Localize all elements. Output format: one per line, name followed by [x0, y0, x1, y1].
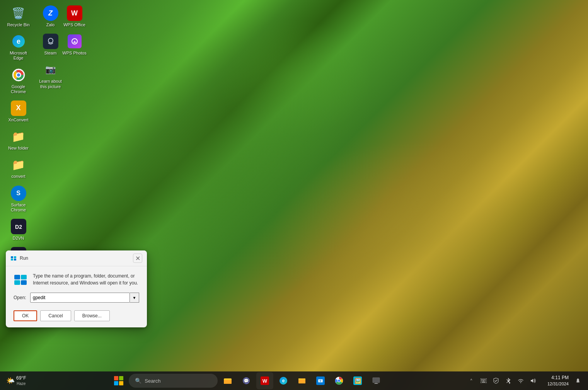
taskbar-app-edge[interactable]: e	[275, 372, 292, 389]
svg-rect-17	[11, 256, 13, 258]
taskbar-app-monitor[interactable]	[368, 372, 385, 389]
run-ok-button[interactable]: OK	[14, 310, 37, 321]
clock-area[interactable]: 4:11 PM 12/31/2024	[540, 373, 571, 388]
svg-point-38	[338, 380, 340, 382]
desktop-icon-learn-about[interactable]: 📷 Learn about this picture	[36, 60, 65, 90]
taskbar-app-explorer2[interactable]	[293, 372, 310, 389]
taskbar-search-icon: 🔍	[135, 378, 141, 384]
tray-shield[interactable]	[491, 374, 501, 388]
svg-rect-50	[482, 380, 484, 381]
weather-widget[interactable]: 🌤️ 69°F Haze	[3, 374, 29, 388]
taskbar-search-bar[interactable]: 🔍 Search	[129, 374, 218, 388]
tray-keyboard[interactable]	[478, 374, 489, 388]
desktop-icon-surface-chrome[interactable]: S Surface Chrome	[4, 184, 33, 214]
weather-text: 69°F Haze	[16, 375, 26, 387]
svg-rect-47	[484, 379, 484, 380]
tray-bluetooth[interactable]	[503, 374, 514, 388]
svg-text:📧: 📧	[318, 378, 323, 383]
svg-rect-51	[485, 380, 486, 381]
svg-rect-52	[482, 382, 486, 383]
svg-rect-48	[485, 379, 486, 380]
svg-rect-41	[373, 378, 380, 383]
taskbar: 🌤️ 69°F Haze 🔍 Search	[0, 371, 588, 390]
svg-rect-23	[14, 280, 20, 285]
taskbar-app-chat[interactable]: 💬	[238, 372, 255, 389]
svg-rect-18	[14, 256, 16, 258]
desktop-icon-edge[interactable]: e Microsoft Edge	[4, 32, 33, 62]
taskbar-search-label: Search	[145, 378, 160, 384]
desktop-icon-xnconvert[interactable]: X XnConvert	[4, 99, 33, 124]
desktop-icon-d2vn-1[interactable]: D2 D2VN	[4, 217, 33, 242]
svg-text:D2: D2	[15, 224, 22, 230]
taskbar-right: ^	[466, 373, 585, 388]
svg-rect-13	[44, 35, 57, 48]
taskbar-center: 🔍 Search 💬 W	[31, 372, 464, 389]
taskbar-app-wps[interactable]: W	[256, 372, 273, 389]
svg-text:e: e	[16, 37, 20, 45]
svg-rect-46	[482, 379, 483, 380]
taskbar-left: 🌤️ 69°F Haze	[3, 374, 29, 388]
run-title-text: Run	[20, 255, 28, 261]
desktop-icon-wps-photos[interactable]: WPS Photos	[60, 32, 89, 57]
desktop-icon-chrome[interactable]: Google Chrome	[4, 66, 33, 96]
desktop: 🗑️ Recycle Bin e Microsoft Edge	[0, 0, 588, 390]
run-browse-button[interactable]: Browse...	[74, 310, 110, 321]
svg-rect-22	[21, 275, 27, 279]
run-open-label: Open:	[14, 295, 26, 300]
desktop-icon-convert[interactable]: 📁 convert	[4, 155, 33, 181]
svg-point-8	[17, 73, 20, 77]
svg-text:🖼️: 🖼️	[355, 378, 361, 384]
svg-text:💬: 💬	[244, 378, 249, 383]
svg-rect-20	[14, 259, 16, 261]
svg-rect-45	[481, 379, 482, 380]
run-close-button[interactable]: ✕	[133, 254, 142, 263]
svg-rect-21	[14, 275, 20, 279]
taskbar-app-photos[interactable]: 🖼️	[349, 372, 366, 389]
run-dropdown-button[interactable]: ▼	[130, 293, 139, 303]
desktop-icon-recycle-bin[interactable]: 🗑️ Recycle Bin	[4, 4, 33, 29]
run-command-input[interactable]	[30, 293, 130, 303]
taskbar-app-outlook[interactable]: 📧	[312, 372, 329, 389]
run-description-text: Type the name of a program, folder, docu…	[33, 272, 139, 286]
run-icon	[10, 255, 17, 261]
clock-time: 4:11 PM	[551, 375, 569, 381]
svg-rect-19	[11, 259, 13, 261]
svg-text:W: W	[262, 378, 268, 384]
taskbar-app-file-explorer[interactable]	[219, 372, 236, 389]
clock-date: 12/31/2024	[547, 381, 569, 387]
tray-network[interactable]	[515, 374, 526, 388]
svg-rect-26	[224, 380, 232, 384]
run-body: Type the name of a program, folder, docu…	[6, 266, 147, 327]
tray-chevron[interactable]: ^	[466, 374, 477, 388]
svg-rect-24	[21, 280, 27, 285]
start-button[interactable]	[110, 372, 127, 389]
tray-notification[interactable]	[573, 374, 583, 388]
run-cancel-button[interactable]: Cancel	[40, 310, 71, 321]
taskbar-app-chrome[interactable]	[331, 372, 348, 389]
svg-rect-43	[374, 383, 378, 384]
run-titlebar: Run ✕	[6, 250, 147, 266]
desktop-icon-new-folder[interactable]: 📁 New folder	[4, 127, 33, 152]
tray-volume[interactable]	[528, 374, 539, 388]
svg-rect-49	[481, 380, 482, 381]
run-dialog: Run ✕ Type the name of a program, folder…	[6, 250, 147, 327]
desktop-icon-wps-office[interactable]: W WPS Office	[60, 4, 89, 29]
run-buttons-area: OK Cancel Browse...	[14, 309, 139, 321]
svg-text:e: e	[282, 378, 285, 383]
weather-icon: 🌤️	[6, 376, 15, 385]
run-app-icon	[14, 272, 27, 286]
windows-logo	[114, 376, 123, 385]
